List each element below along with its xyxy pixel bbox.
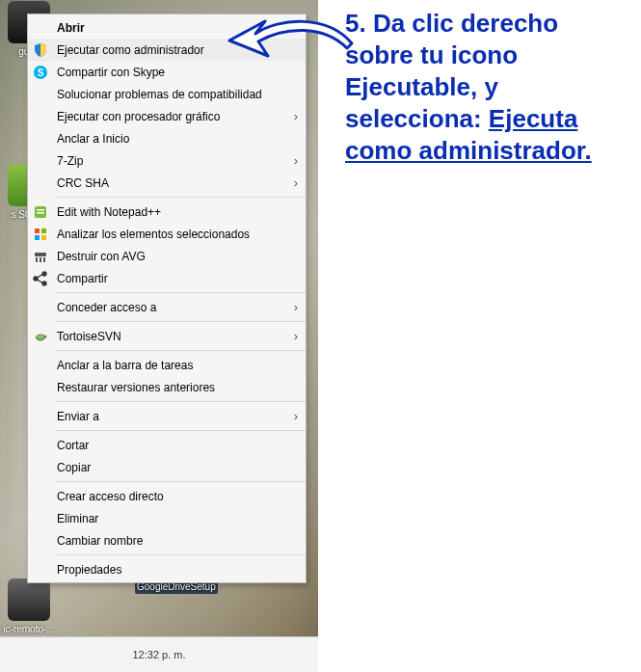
- tortoisesvn-icon: [32, 328, 49, 345]
- menu-item-label: Destruir con AVG: [57, 250, 298, 263]
- menu-item-edit-notepadpp[interactable]: Edit with Notepad++: [28, 201, 306, 223]
- shield-icon: [32, 41, 49, 59]
- menu-item-label: Ejecutar como administrador: [57, 43, 298, 57]
- menu-separator: [55, 481, 306, 482]
- menu-item-label: 7-Zip: [57, 154, 284, 168]
- chevron-right-icon: ›: [284, 153, 298, 168]
- menu-item-properties[interactable]: Propiedades: [28, 558, 306, 580]
- taskbar-clock: 12:32 p. m.: [132, 649, 185, 660]
- menu-item-label: Conceder acceso a: [57, 301, 284, 314]
- svg-point-15: [42, 282, 46, 285]
- menu-item-label: Analizar los elementos seleccionados: [57, 228, 298, 241]
- desktop-icon-label: ic-remoto-...: [0, 624, 58, 634]
- menu-item-label: Restaurar versiones anteriores: [57, 381, 298, 394]
- svg-rect-5: [35, 228, 40, 233]
- menu-item-label: TortoiseSVN: [57, 330, 284, 343]
- menu-item-rename[interactable]: Cambiar nombre: [28, 529, 306, 551]
- menu-item-share[interactable]: Compartir: [28, 267, 306, 289]
- chevron-right-icon: ›: [284, 329, 298, 343]
- menu-item-copy[interactable]: Copiar: [28, 456, 306, 478]
- svg-rect-12: [43, 257, 45, 262]
- menu-separator: [55, 401, 306, 402]
- menu-item-label: Anclar a Inicio: [57, 132, 298, 146]
- svg-rect-3: [37, 209, 44, 211]
- notepadpp-icon: [32, 203, 49, 221]
- menu-item-delete[interactable]: Eliminar: [28, 507, 306, 529]
- menu-item-label: Anclar a la barra de tareas: [57, 359, 298, 372]
- menu-separator: [55, 430, 306, 431]
- menu-item-create-shortcut[interactable]: Crear acceso directo: [28, 485, 306, 507]
- menu-item-tortoisesvn[interactable]: TortoiseSVN ›: [28, 325, 306, 347]
- menu-item-open[interactable]: Abrir: [28, 16, 306, 39]
- svg-rect-8: [41, 235, 46, 240]
- menu-separator: [55, 197, 306, 198]
- skype-icon: S: [32, 64, 49, 81]
- desktop-background: gutty s SGA... ic-remoto-... GoogleDrive…: [0, 0, 318, 672]
- menu-item-crc-sha[interactable]: CRC SHA ›: [28, 172, 306, 194]
- menu-item-label: Solucionar problemas de compatibilidad: [57, 88, 298, 101]
- menu-separator: [55, 350, 306, 351]
- svg-rect-7: [35, 235, 40, 240]
- menu-item-run-with-gpu[interactable]: Ejecutar con procesador gráfico ›: [28, 105, 306, 127]
- desktop-icon[interactable]: ic-remoto-...: [0, 578, 58, 634]
- menu-item-label: Crear acceso directo: [57, 490, 298, 503]
- svg-rect-4: [37, 212, 44, 214]
- windows-security-icon: [32, 226, 49, 243]
- svg-point-13: [34, 277, 38, 281]
- share-icon: [32, 270, 49, 287]
- svg-text:S: S: [38, 67, 44, 78]
- menu-item-troubleshoot-compat[interactable]: Solucionar problemas de compatibilidad: [28, 83, 306, 105]
- menu-item-pin-taskbar[interactable]: Anclar a la barra de tareas: [28, 354, 306, 376]
- shredder-icon: [32, 248, 49, 265]
- context-menu: Abrir Ejecutar como administrador S Comp…: [27, 13, 307, 583]
- menu-item-scan-selection[interactable]: Analizar los elementos seleccionados: [28, 223, 306, 245]
- menu-separator: [55, 292, 306, 293]
- svg-rect-9: [35, 253, 46, 256]
- menu-item-label: Cortar: [57, 439, 298, 452]
- svg-point-18: [44, 335, 47, 337]
- menu-item-7zip[interactable]: 7-Zip ›: [28, 149, 306, 172]
- chevron-right-icon: ›: [284, 175, 298, 190]
- svg-rect-11: [40, 257, 41, 262]
- menu-item-label: Edit with Notepad++: [57, 205, 298, 219]
- svg-point-14: [42, 272, 46, 276]
- menu-item-label: Propiedades: [57, 563, 298, 577]
- chevron-right-icon: ›: [284, 109, 298, 123]
- menu-item-label: Cambiar nombre: [57, 534, 298, 548]
- chevron-right-icon: ›: [284, 409, 298, 423]
- menu-item-label: Eliminar: [57, 512, 298, 525]
- menu-separator: [55, 321, 306, 322]
- menu-item-run-as-admin[interactable]: Ejecutar como administrador: [28, 39, 306, 61]
- menu-item-cut[interactable]: Cortar: [28, 434, 306, 456]
- menu-item-label: Enviar a: [57, 410, 284, 423]
- taskbar[interactable]: 12:32 p. m.: [0, 636, 318, 672]
- menu-item-send-to[interactable]: Enviar a ›: [28, 405, 306, 427]
- menu-item-label: Copiar: [57, 461, 298, 474]
- menu-item-share-skype[interactable]: S Compartir con Skype: [28, 61, 306, 83]
- svg-point-17: [38, 335, 44, 339]
- chevron-right-icon: ›: [284, 300, 298, 314]
- menu-item-label: Abrir: [57, 21, 298, 35]
- svg-rect-10: [36, 257, 38, 262]
- menu-item-label: CRC SHA: [57, 176, 284, 190]
- menu-item-give-access[interactable]: Conceder acceso a ›: [28, 296, 306, 318]
- instruction-text: 5. Da clic derecho sobre tu icono Ejecut…: [345, 8, 633, 167]
- menu-item-label: Ejecutar con procesador gráfico: [57, 110, 284, 123]
- menu-separator: [55, 554, 306, 555]
- menu-item-pin-to-start[interactable]: Anclar a Inicio: [28, 127, 306, 149]
- menu-item-label: Compartir: [57, 272, 298, 285]
- svg-rect-6: [41, 228, 46, 233]
- menu-item-restore-versions[interactable]: Restaurar versiones anteriores: [28, 376, 306, 398]
- menu-item-shred-avg[interactable]: Destruir con AVG: [28, 245, 306, 267]
- menu-item-label: Compartir con Skype: [57, 66, 298, 79]
